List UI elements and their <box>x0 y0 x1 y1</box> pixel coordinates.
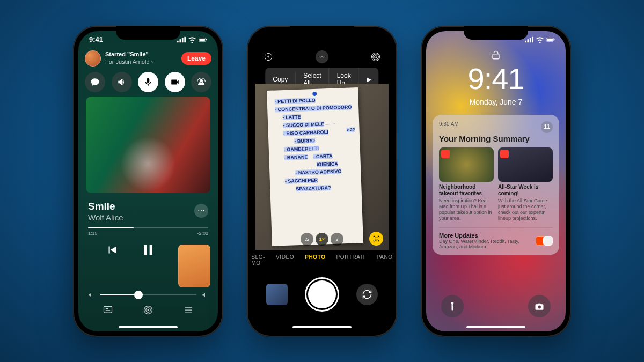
progress[interactable]: 1:15 -2:02 <box>88 227 208 236</box>
live-text-button[interactable] <box>369 232 383 246</box>
svg-rect-5 <box>199 39 205 41</box>
svg-rect-16 <box>527 39 529 42</box>
svg-rect-7 <box>104 306 112 313</box>
speaker-button[interactable] <box>112 72 132 92</box>
camera-modes[interactable]: SLO-MO VIDEO PHOTO PORTRAIT PANO <box>252 254 392 266</box>
note-line[interactable]: - NASTRO ADESIVO <box>295 168 341 175</box>
mode-photo[interactable]: PHOTO <box>305 254 325 266</box>
svg-rect-17 <box>530 38 531 42</box>
note-side[interactable]: x 2? <box>346 127 355 132</box>
note-line[interactable]: - RISO CARNAROLI <box>283 129 328 136</box>
handwritten-note[interactable]: - PETTI DI POLLO - CONCENTRATO DI POMODO… <box>267 87 363 246</box>
mode-slomo[interactable]: SLO-MO <box>252 254 265 266</box>
summary-tile-food[interactable]: Neighborhood takeout favorites Need insp… <box>439 147 494 222</box>
mode-video[interactable]: VIDEO <box>276 254 294 266</box>
video-button[interactable] <box>165 72 185 92</box>
more-button[interactable]: ⋯ <box>194 204 208 218</box>
messages-button[interactable] <box>85 72 105 92</box>
summary-tile-sport[interactable]: All-Star Week is coming! With the All-St… <box>498 147 553 222</box>
banner-text: Started "Smile" For Justin Arnold › <box>105 51 177 65</box>
signal-icon <box>525 36 533 43</box>
svg-point-10 <box>148 309 149 311</box>
svg-rect-2 <box>182 38 184 42</box>
summary-title: Your Morning Summary <box>439 134 553 143</box>
avatar <box>85 50 101 67</box>
banner-subtitle: For Justin Arnold › <box>105 58 177 65</box>
phone-shareplay: 9:41 Started "Smile" For Justin Arnold ›… <box>73 26 223 337</box>
flashlight-button[interactable] <box>441 295 464 317</box>
mode-pano[interactable]: PANO <box>377 254 392 266</box>
leave-button[interactable]: Leave <box>181 52 211 65</box>
svg-rect-15 <box>525 40 526 42</box>
notch <box>464 26 528 40</box>
app-badge <box>441 150 450 158</box>
airplay-button[interactable] <box>143 305 153 317</box>
summary-card[interactable]: 9:30 AM 11 Your Morning Summary Neighbor… <box>433 115 559 255</box>
album-art[interactable] <box>86 97 210 193</box>
shutter-button[interactable] <box>306 279 338 310</box>
signal-icon <box>177 36 186 43</box>
shareplay-banner[interactable]: Started "Smile" For Justin Arnold › Leav… <box>85 50 211 67</box>
tile-image <box>439 147 494 182</box>
note-line[interactable]: - BANANE <box>284 154 308 160</box>
note-line[interactable]: - CARTA <box>313 153 333 159</box>
note-line[interactable]: - SUCCO DI MELE <box>283 121 324 128</box>
flip-camera-button[interactable] <box>356 284 378 305</box>
home-indicator[interactable] <box>466 326 525 328</box>
flash-button[interactable] <box>262 50 275 63</box>
progress-bar[interactable] <box>88 227 208 228</box>
bottom-tabs <box>88 305 208 317</box>
last-photo-thumb[interactable] <box>266 284 288 305</box>
app-mini-icons <box>538 236 553 246</box>
home-indicator[interactable] <box>119 326 178 328</box>
status-time: 9:41 <box>89 35 103 43</box>
lock-date: Monday, June 7 <box>426 98 566 106</box>
pause-button[interactable] <box>140 241 157 261</box>
camera-viewfinder[interactable]: - PETTI DI POLLO - CONCENTRATO DI POMODO… <box>255 84 389 250</box>
zoom-2[interactable]: 2 <box>331 233 343 246</box>
tile-desc: Need inspiration? Kea Mao from Up Thai i… <box>439 198 494 222</box>
note-line[interactable]: SPAZZATURA? <box>296 185 331 191</box>
note-line[interactable]: - GAMBERETTI <box>284 145 319 152</box>
prev-button[interactable] <box>105 243 119 259</box>
progress-times: 1:15 -2:02 <box>88 231 208 236</box>
app-badge <box>500 150 509 158</box>
tile-desc: With the All-Star Game just around the c… <box>498 198 553 222</box>
note-line[interactable]: - LATTE <box>283 114 301 120</box>
volume-low-icon <box>88 292 94 298</box>
volume-knob[interactable] <box>134 291 143 299</box>
screen-lockscreen: 9:41 Monday, June 7 9:30 AM 11 Your Morn… <box>426 31 566 331</box>
svg-point-13 <box>373 54 379 60</box>
more-updates[interactable]: More Updates Day One, WaterMinder, Reddi… <box>439 227 553 249</box>
mode-portrait[interactable]: PORTRAIT <box>336 254 366 266</box>
camera-options-button[interactable] <box>316 50 328 63</box>
track-info: Smile Wolf Alice ⋯ <box>88 201 208 222</box>
home-indicator[interactable] <box>292 326 352 328</box>
summary-timestamp: 9:30 AM <box>439 121 459 127</box>
note-line[interactable]: - SACCHI PER <box>285 178 318 184</box>
note-line[interactable]: - BURRO <box>294 137 315 143</box>
facetime-pip[interactable] <box>178 245 210 287</box>
lock-icon <box>491 50 501 62</box>
queue-button[interactable] <box>183 305 194 317</box>
svg-rect-0 <box>177 40 179 42</box>
mic-button[interactable] <box>138 72 158 92</box>
time-remaining: -2:02 <box>197 231 208 236</box>
screen-camera: Copy Select All Look Up ▶ - PETTI DI POL… <box>252 31 392 331</box>
volume-slider[interactable] <box>100 294 196 295</box>
zoom-1x[interactable]: 1× <box>316 233 328 246</box>
live-button[interactable] <box>369 50 382 63</box>
zoom-0.5[interactable]: .5 <box>301 233 313 246</box>
volume[interactable] <box>88 292 208 298</box>
svg-rect-1 <box>179 39 181 42</box>
note-line[interactable]: - PETTI DI POLLO <box>275 97 316 104</box>
lyrics-button[interactable] <box>103 305 113 317</box>
svg-rect-3 <box>184 36 186 42</box>
svg-rect-18 <box>532 36 533 42</box>
note-line[interactable]: IGIENICA <box>317 161 338 167</box>
shutter-row <box>252 279 392 310</box>
battery-icon <box>199 36 207 43</box>
wifi-icon <box>188 36 196 43</box>
shareplay-button[interactable] <box>191 72 211 92</box>
camera-button[interactable] <box>528 295 551 317</box>
